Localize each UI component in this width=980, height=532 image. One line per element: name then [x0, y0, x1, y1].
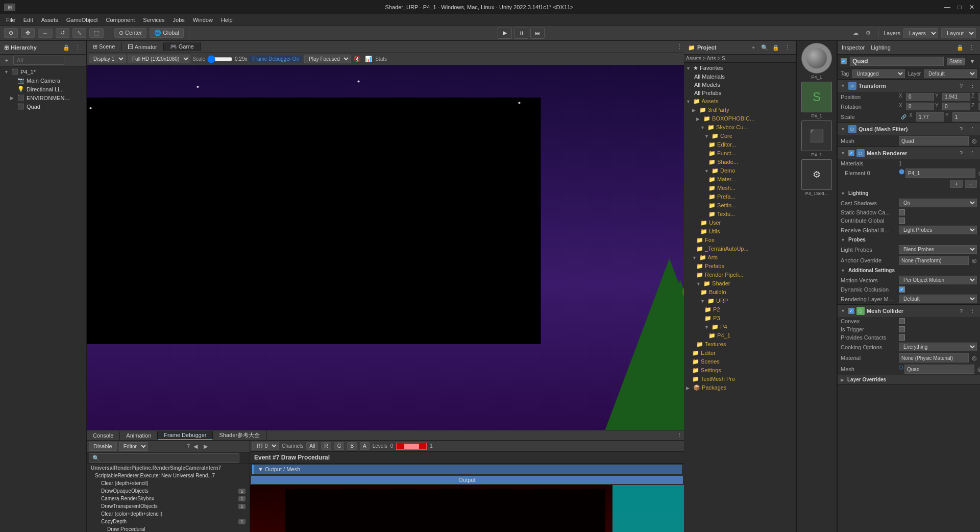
menu-edit[interactable]: Edit: [19, 16, 37, 24]
proj-prefabs[interactable]: 📁 Prefabs: [684, 262, 796, 271]
tool-scale[interactable]: ↺: [56, 28, 69, 38]
tab-animator[interactable]: 🎞 Animator: [121, 43, 163, 51]
provides-contacts-checkbox[interactable]: [899, 334, 905, 341]
collider-mesh-input[interactable]: [904, 365, 974, 374]
pivot-btn[interactable]: ⊙ Center: [114, 28, 146, 38]
menu-assets[interactable]: Assets: [37, 16, 62, 24]
transform-settings[interactable]: ⋮: [968, 81, 977, 90]
menu-window[interactable]: Window: [189, 16, 217, 24]
tag-dropdown[interactable]: Untagged: [852, 69, 905, 78]
menu-gameobject[interactable]: GameObject: [62, 16, 102, 24]
proj-demo[interactable]: ▼ 📁 Demo: [684, 166, 796, 175]
mesh-collider-help[interactable]: ?: [957, 306, 966, 316]
convex-checkbox[interactable]: [899, 318, 905, 324]
bottom-tabs-more[interactable]: ⋮: [675, 431, 684, 440]
tab-shader-ref[interactable]: Shader参考大全: [213, 430, 266, 440]
menu-help[interactable]: Help: [217, 16, 237, 24]
hierarchy-lock[interactable]: 🔒: [62, 43, 71, 52]
project-lock[interactable]: 🔒: [771, 43, 780, 52]
thumb-p4-1-settings[interactable]: ⚙ P4_1Sett...: [801, 159, 832, 196]
proj-prefa[interactable]: 📁 Prefa...: [684, 192, 796, 201]
cloud-btn[interactable]: ☁: [851, 29, 861, 38]
proj-assets[interactable]: ▼ 📁 Assets: [684, 97, 796, 106]
fd-next-btn[interactable]: ▶: [201, 442, 210, 451]
dynamic-occlusion-checkbox[interactable]: [899, 286, 905, 293]
anchor-override-input[interactable]: [899, 256, 969, 265]
proj-3rdparty[interactable]: ▶ 📁 3rdParty: [684, 106, 796, 114]
proj-render-pipeli[interactable]: 📁 Render Pipeli...: [684, 271, 796, 279]
additional-settings-header[interactable]: ▼ Additional Settings: [838, 266, 980, 275]
fd-prev-btn[interactable]: ◀: [191, 442, 200, 451]
fd-search-input[interactable]: [89, 453, 239, 463]
transform-help[interactable]: ?: [957, 81, 966, 90]
fd-channel-all[interactable]: All: [306, 442, 318, 450]
play-mode-select[interactable]: Play Focused: [304, 55, 351, 63]
tool-move[interactable]: ✤: [21, 28, 35, 38]
mesh-renderer-enabled[interactable]: [848, 150, 854, 156]
rot-x-input[interactable]: [906, 103, 934, 110]
play-button[interactable]: ▶: [498, 28, 512, 39]
fd-output-mesh-header[interactable]: ▼ Output / Mesh: [252, 465, 682, 474]
proj-textu[interactable]: 📁 Textu...: [684, 210, 796, 219]
pos-y-input[interactable]: [942, 93, 970, 101]
tab-game[interactable]: 🎮 Game: [164, 42, 201, 51]
view-more-btn[interactable]: ⋮: [675, 42, 684, 52]
proj-urp[interactable]: ▼ 📁 URP: [684, 297, 796, 305]
project-menu[interactable]: ⋮: [782, 43, 792, 52]
contribute-global-checkbox[interactable]: [899, 217, 905, 224]
proj-shade[interactable]: 📁 Shade...: [684, 158, 796, 166]
scale-slider[interactable]: [207, 56, 233, 63]
element0-pick[interactable]: ◎: [976, 168, 980, 178]
proj-textmesh[interactable]: 📁 TextMesh Pro: [684, 375, 796, 383]
proj-core[interactable]: ▼ 📁 Core: [684, 132, 796, 140]
proj-p2[interactable]: 📁 P2: [684, 305, 796, 314]
proj-all-materials[interactable]: All Materials: [684, 72, 796, 81]
layers-dropdown[interactable]: Layers: [903, 28, 938, 38]
hierarchy-item-camera[interactable]: 📷 Main Camera: [0, 76, 86, 85]
layer-overrides-header[interactable]: ▶ Layer Overrides: [838, 375, 980, 384]
proj-utils[interactable]: 📁 Utils: [684, 227, 796, 236]
proj-all-prefabs[interactable]: All Prefabs: [684, 89, 796, 97]
tab-console[interactable]: Console: [87, 431, 120, 440]
collider-material-input[interactable]: [899, 353, 969, 362]
mesh-collider-enabled[interactable]: [848, 308, 854, 314]
light-probes-select[interactable]: Blend Probes: [899, 245, 977, 254]
proj-arts[interactable]: ▼ 📁 Arts: [684, 253, 796, 262]
fd-editor-select[interactable]: Editor: [119, 442, 148, 451]
tab-animation[interactable]: Animation: [120, 431, 158, 440]
tool-hand[interactable]: ⊕: [4, 28, 18, 38]
fd-item-clear1[interactable]: Clear (depth+stencil): [87, 479, 250, 487]
anchor-override-pick[interactable]: ◎: [970, 256, 979, 265]
proj-p4-1[interactable]: 📁 P4_1: [684, 331, 796, 340]
settings-btn[interactable]: ⚙: [864, 29, 873, 38]
proj-p4[interactable]: ▼ 📁 P4: [684, 323, 796, 331]
proj-user[interactable]: 📁 User: [684, 219, 796, 227]
resolution-select[interactable]: Full HD (1920x1080): [128, 55, 190, 63]
fd-item-clear2[interactable]: Clear (color+depth+stencil): [87, 510, 250, 518]
probes-subsection-header[interactable]: ▼ Probes: [838, 235, 980, 244]
materials-remove[interactable]: −: [965, 180, 977, 188]
receive-global-select[interactable]: Light Probes: [899, 226, 977, 234]
inspector-menu[interactable]: ⋮: [967, 43, 976, 52]
proj-buildin[interactable]: 📁 BuildIn: [684, 288, 796, 297]
scale-lock[interactable]: 🔗: [899, 112, 908, 122]
static-dropdown[interactable]: ▼: [968, 57, 977, 66]
collider-mesh-pick[interactable]: ◎: [975, 365, 980, 374]
fd-channel-g[interactable]: G: [334, 442, 345, 450]
proj-editor[interactable]: 📁 Editor...: [684, 140, 796, 149]
proj-settin[interactable]: 📁 Settin...: [684, 201, 796, 210]
proj-mater[interactable]: 📁 Mater...: [684, 175, 796, 184]
project-search-btn[interactable]: 🔍: [760, 43, 769, 52]
menu-services[interactable]: Services: [139, 16, 168, 24]
tool-rect[interactable]: ⤡: [72, 28, 86, 38]
fd-item-draw-opaque[interactable]: DrawOpaqueObjects 1: [87, 487, 250, 495]
hierarchy-item-environment[interactable]: ▶ ⬛ ENVIRONMEN...: [0, 93, 86, 102]
fd-item-draw-proc1[interactable]: Draw Procedural: [87, 525, 250, 532]
fd-channel-r[interactable]: R: [321, 442, 331, 450]
fd-rt-select[interactable]: RT 0: [252, 442, 279, 450]
mesh-collider-header[interactable]: ▼ ⬡ Mesh Collider ? ⋮: [838, 305, 980, 317]
proj-funct[interactable]: 📁 Funct...: [684, 149, 796, 158]
mesh-renderer-settings[interactable]: ⋮: [968, 149, 977, 158]
static-shadow-checkbox[interactable]: [899, 209, 905, 215]
project-add[interactable]: +: [749, 43, 758, 52]
